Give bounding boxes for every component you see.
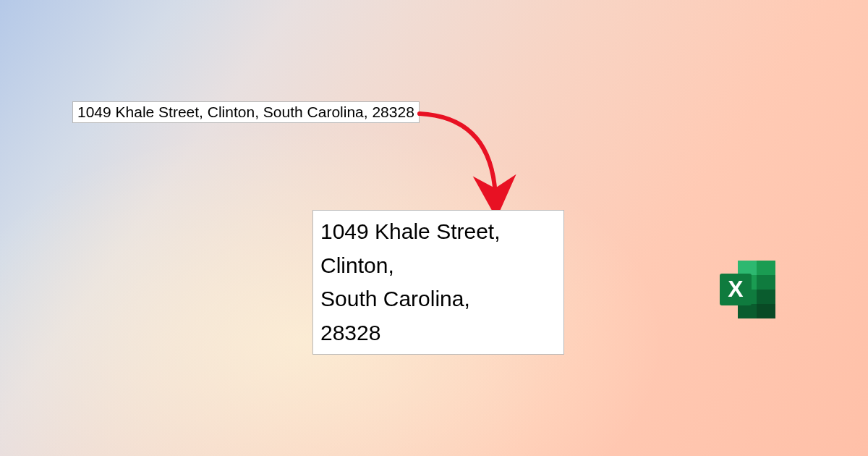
source-cell-text: 1049 Khale Street, Clinton, South Caroli… [77, 104, 414, 120]
svg-rect-8 [757, 304, 775, 318]
result-cell: 1049 Khale Street, Clinton, South Caroli… [312, 210, 564, 355]
result-line-1: 1049 Khale Street, [320, 215, 556, 249]
result-line-2: Clinton, [320, 249, 556, 283]
source-cell: 1049 Khale Street, Clinton, South Caroli… [72, 101, 420, 123]
excel-icon: X [712, 253, 785, 326]
svg-rect-7 [757, 290, 775, 304]
svg-rect-5 [757, 261, 775, 275]
result-line-4: 28328 [320, 316, 556, 350]
svg-rect-6 [757, 275, 775, 290]
svg-text:X: X [728, 276, 744, 302]
arrow-icon [412, 103, 557, 219]
result-line-3: South Carolina, [320, 282, 556, 316]
